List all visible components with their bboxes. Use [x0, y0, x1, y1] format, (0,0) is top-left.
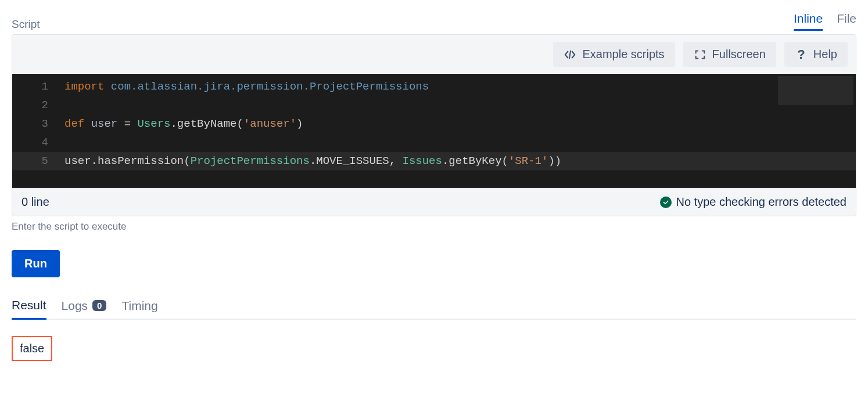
result-tabs: Result Logs 0 Timing [12, 295, 856, 320]
fullscreen-label: Fullscreen [712, 48, 766, 61]
tab-inline[interactable]: Inline [794, 12, 823, 31]
tab-timing[interactable]: Timing [121, 295, 157, 319]
line-number: 4 [12, 133, 64, 152]
code-line-2: 2 [12, 96, 856, 115]
svg-line-0 [570, 51, 571, 58]
helper-text: Enter the script to execute [12, 221, 856, 233]
view-tabs: Inline File [794, 12, 856, 31]
code-line-5: 5 user.hasPermission(ProjectPermissions.… [12, 152, 856, 170]
run-button[interactable]: Run [12, 250, 60, 277]
code-line-3: 3 def user = Users.getByName('anuser') [12, 115, 856, 133]
fullscreen-icon [694, 48, 706, 61]
line-number: 3 [12, 115, 64, 133]
line-number: 5 [12, 152, 64, 170]
fullscreen-button[interactable]: Fullscreen [683, 42, 776, 67]
line-number: 1 [12, 77, 64, 96]
editor-card: Example scripts Fullscreen ? Help 1 impo… [12, 34, 856, 216]
result-value: false [12, 336, 52, 361]
code-editor[interactable]: 1 import com.atlassian.jira.permission.P… [12, 74, 856, 188]
tab-file[interactable]: File [837, 12, 856, 31]
example-scripts-label: Example scripts [582, 48, 664, 61]
code-icon [564, 48, 576, 61]
tab-logs[interactable]: Logs 0 [62, 295, 107, 319]
status-line-count: 0 line [21, 195, 49, 209]
help-icon: ? [795, 48, 808, 61]
help-button[interactable]: ? Help [784, 42, 848, 67]
status-bar: 0 line No type checking errors detected [12, 188, 856, 216]
line-number: 2 [12, 96, 64, 115]
help-label: Help [813, 48, 837, 61]
status-message: No type checking errors detected [676, 195, 847, 209]
example-scripts-button[interactable]: Example scripts [553, 42, 675, 67]
tab-logs-label: Logs [62, 299, 88, 313]
code-line-1: 1 import com.atlassian.jira.permission.P… [12, 77, 856, 96]
logs-count-badge: 0 [92, 300, 106, 311]
code-line-4: 4 [12, 133, 856, 152]
minimap[interactable] [778, 76, 853, 105]
check-circle-icon [660, 197, 672, 208]
editor-toolbar: Example scripts Fullscreen ? Help [12, 35, 856, 74]
tab-result[interactable]: Result [12, 295, 46, 320]
section-label-script: Script [12, 18, 40, 31]
